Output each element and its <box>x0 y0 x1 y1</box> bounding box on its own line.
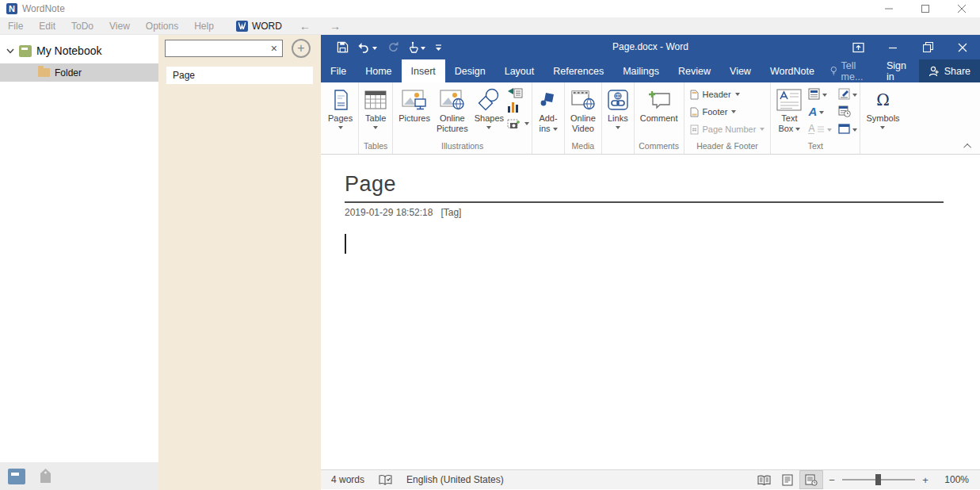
menu-todo[interactable]: ToDo <box>63 17 101 35</box>
comment-button[interactable]: Comment <box>637 83 681 124</box>
tab-references[interactable]: References <box>543 59 613 82</box>
ribbon-group-media: Online Video Media <box>565 82 602 154</box>
word-restore-button[interactable] <box>910 35 945 59</box>
word-count[interactable]: 4 words <box>331 474 364 485</box>
menu-help[interactable]: Help <box>186 17 222 35</box>
customize-qat-button[interactable] <box>435 44 442 52</box>
zoom-in-button[interactable]: + <box>917 474 934 486</box>
smartart-icon <box>507 87 523 99</box>
word-menu-tab[interactable]: WORD <box>228 21 290 32</box>
text-box-button[interactable]: Text Box <box>773 83 805 134</box>
links-button[interactable]: Links <box>604 83 631 129</box>
drop-cap-button-disabled[interactable]: A <box>808 121 832 137</box>
sign-in-button[interactable]: Sign in <box>879 59 919 82</box>
group-label-header-footer: Header & Footer <box>687 141 768 154</box>
zoom-level[interactable]: 100% <box>934 474 969 485</box>
pictures-button[interactable]: Pictures <box>395 83 433 124</box>
add-ins-button[interactable]: Add- ins <box>535 83 562 134</box>
online-pictures-button[interactable]: Online Pictures <box>433 83 471 134</box>
print-layout-button[interactable] <box>776 470 799 489</box>
ribbon-display-options-button[interactable] <box>841 35 875 59</box>
signature-line-button[interactable] <box>838 86 857 102</box>
wordnote-app-icon: N <box>6 3 17 14</box>
drop-cap-dropdown-arrow <box>827 128 832 132</box>
screenshot-button[interactable] <box>507 115 529 132</box>
tab-review[interactable]: Review <box>669 59 720 82</box>
symbols-button[interactable]: Ω Symbols <box>863 83 902 129</box>
menu-options[interactable]: Options <box>138 17 186 35</box>
shapes-button[interactable]: Shapes <box>471 83 507 129</box>
tab-wordnote[interactable]: WordNote <box>761 59 824 82</box>
page-list-item[interactable]: Page <box>166 67 313 84</box>
document-area[interactable]: Page 2019-01-29 18:52:18 [Tag] <box>321 155 980 469</box>
notebook-view-icon[interactable] <box>8 469 25 484</box>
read-mode-button[interactable] <box>752 470 776 489</box>
smartart-button[interactable] <box>507 87 529 99</box>
quick-parts-button[interactable] <box>808 86 832 102</box>
lightbulb-icon <box>830 65 837 77</box>
zoom-slider-thumb[interactable] <box>875 474 881 485</box>
tab-mailings[interactable]: Mailings <box>613 59 669 82</box>
share-button[interactable]: Share <box>919 59 980 82</box>
tab-design[interactable]: Design <box>445 59 495 82</box>
collapse-ribbon-icon <box>963 143 971 151</box>
tell-me-label: Tell me... <box>841 60 872 82</box>
word-titlebar: Page.docx - Word <box>321 35 980 59</box>
header-dropdown-arrow <box>735 93 740 96</box>
document-page-title[interactable]: Page <box>345 172 944 203</box>
tell-me-box[interactable]: Tell me... <box>824 59 879 82</box>
chart-icon <box>507 101 519 113</box>
touch-mode-button[interactable] <box>408 41 425 53</box>
sidebar-item-folder[interactable]: Folder <box>0 63 158 82</box>
document-tag[interactable]: [Tag] <box>440 207 461 218</box>
undo-button[interactable] <box>358 42 377 53</box>
word-minimize-button[interactable] <box>875 35 910 59</box>
table-button[interactable]: Table <box>361 83 390 129</box>
header-button[interactable]: Header <box>690 86 740 103</box>
text-box-icon <box>776 86 802 113</box>
sidebar-footer <box>0 462 158 490</box>
online-video-icon <box>571 86 595 113</box>
zoom-slider[interactable] <box>842 479 915 480</box>
tag-icon[interactable] <box>40 469 51 484</box>
tab-layout[interactable]: Layout <box>495 59 544 82</box>
redo-button-disabled[interactable] <box>387 41 398 53</box>
tab-insert[interactable]: Insert <box>402 59 445 82</box>
chart-button[interactable] <box>507 101 529 113</box>
pages-dropdown-arrow <box>338 126 343 129</box>
zoom-out-button[interactable]: − <box>823 474 841 486</box>
tab-view[interactable]: View <box>720 59 761 82</box>
add-page-button[interactable]: + <box>292 39 311 58</box>
proofing-status-icon[interactable] <box>379 474 392 486</box>
document-timestamp[interactable]: 2019-01-29 18:52:18 <box>345 207 433 218</box>
app-close-button[interactable] <box>944 0 980 17</box>
pages-button[interactable]: Pages <box>325 83 356 129</box>
wordart-button[interactable]: A <box>808 103 832 120</box>
word-close-button[interactable] <box>945 35 980 59</box>
page-number-button-disabled[interactable]: Page Number <box>690 121 765 138</box>
online-video-button[interactable]: Online Video <box>567 83 599 134</box>
app-minimize-button[interactable] <box>871 0 907 17</box>
app-title: WordNote <box>22 3 65 14</box>
tab-home[interactable]: Home <box>356 59 401 82</box>
date-time-button[interactable] <box>838 103 857 120</box>
ribbon-group-comments: Comment Comments <box>635 82 684 154</box>
sidebar-item-my-notebook[interactable]: My Notebook <box>0 41 158 60</box>
collapse-ribbon-button[interactable] <box>963 141 974 151</box>
back-arrow-icon[interactable]: ← <box>290 20 320 33</box>
forward-arrow-icon[interactable]: → <box>320 20 350 33</box>
tab-file[interactable]: File <box>321 59 356 82</box>
document-meta-line[interactable]: 2019-01-29 18:52:18 [Tag] <box>345 207 980 218</box>
menu-edit[interactable]: Edit <box>31 17 63 35</box>
web-layout-button[interactable] <box>799 470 823 489</box>
search-clear-icon[interactable]: × <box>266 42 282 55</box>
language-status[interactable]: English (United States) <box>406 474 504 485</box>
touch-mode-icon <box>408 41 419 53</box>
save-button[interactable] <box>337 41 349 53</box>
search-input[interactable] <box>166 41 266 56</box>
app-maximize-button[interactable] <box>907 0 944 17</box>
object-button[interactable] <box>838 121 857 137</box>
menu-view[interactable]: View <box>101 17 138 35</box>
menu-file[interactable]: File <box>0 17 31 35</box>
footer-button[interactable]: Footer <box>690 103 737 121</box>
